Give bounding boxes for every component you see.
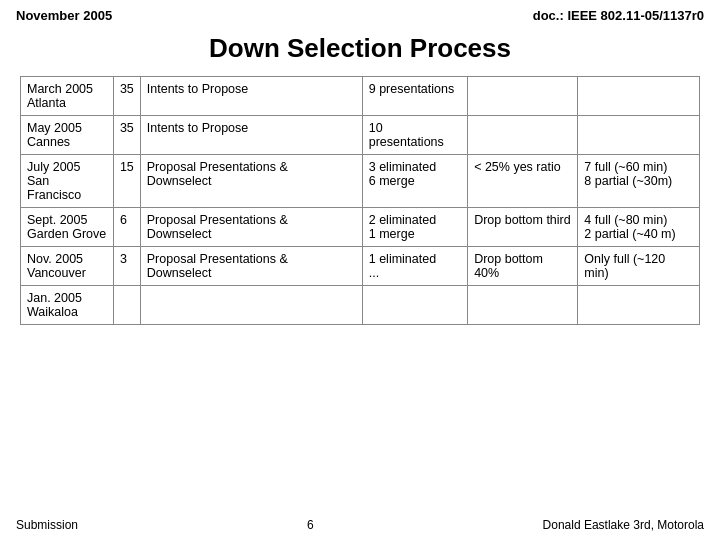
cell-r2-c1: 15 (113, 155, 140, 208)
cell-r3-c5: 4 full (~80 min)2 partial (~40 m) (578, 208, 700, 247)
cell-r4-c3: 1 eliminated... (362, 247, 467, 286)
cell-r5-c5 (578, 286, 700, 325)
cell-r1-c3: 10 presentations (362, 116, 467, 155)
cell-r5-c2 (140, 286, 362, 325)
cell-r3-c2: Proposal Presentations & Downselect (140, 208, 362, 247)
table-row: Nov. 2005Vancouver3Proposal Presentation… (21, 247, 700, 286)
cell-r4-c4: Drop bottom 40% (468, 247, 578, 286)
table-row: July 2005San Francisco15Proposal Present… (21, 155, 700, 208)
selection-table: March 2005Atlanta35Intents to Propose9 p… (20, 76, 700, 325)
cell-r2-c3: 3 eliminated6 merge (362, 155, 467, 208)
cell-r1-c5 (578, 116, 700, 155)
cell-r0-c0: March 2005Atlanta (21, 77, 114, 116)
table-row: Sept. 2005Garden Grove6Proposal Presenta… (21, 208, 700, 247)
cell-r1-c1: 35 (113, 116, 140, 155)
footer: Submission 6 Donald Eastlake 3rd, Motoro… (0, 510, 720, 540)
table-row: May 2005Cannes35Intents to Propose10 pre… (21, 116, 700, 155)
header: November 2005 doc.: IEEE 802.11-05/1137r… (0, 0, 720, 27)
cell-r5-c4 (468, 286, 578, 325)
footer-right: Donald Eastlake 3rd, Motorola (543, 518, 704, 532)
cell-r0-c3: 9 presentations (362, 77, 467, 116)
table-row: March 2005Atlanta35Intents to Propose9 p… (21, 77, 700, 116)
cell-r3-c4: Drop bottom third (468, 208, 578, 247)
cell-r5-c0: Jan. 2005Waikaloa (21, 286, 114, 325)
cell-r4-c1: 3 (113, 247, 140, 286)
table-row: Jan. 2005Waikaloa (21, 286, 700, 325)
cell-r1-c2: Intents to Propose (140, 116, 362, 155)
cell-r4-c2: Proposal Presentations & Downselect (140, 247, 362, 286)
cell-r0-c5 (578, 77, 700, 116)
main-content: March 2005Atlanta35Intents to Propose9 p… (0, 76, 720, 325)
cell-r0-c1: 35 (113, 77, 140, 116)
cell-r2-c5: 7 full (~60 min)8 partial (~30m) (578, 155, 700, 208)
cell-r2-c4: < 25% yes ratio (468, 155, 578, 208)
footer-left: Submission (16, 518, 78, 532)
cell-r1-c4 (468, 116, 578, 155)
cell-r2-c2: Proposal Presentations & Downselect (140, 155, 362, 208)
header-right: doc.: IEEE 802.11-05/1137r0 (533, 8, 704, 23)
cell-r0-c4 (468, 77, 578, 116)
page-title: Down Selection Process (0, 33, 720, 64)
cell-r1-c0: May 2005Cannes (21, 116, 114, 155)
cell-r4-c0: Nov. 2005Vancouver (21, 247, 114, 286)
cell-r0-c2: Intents to Propose (140, 77, 362, 116)
cell-r4-c5: Only full (~120 min) (578, 247, 700, 286)
cell-r3-c1: 6 (113, 208, 140, 247)
cell-r5-c1 (113, 286, 140, 325)
cell-r2-c0: July 2005San Francisco (21, 155, 114, 208)
cell-r3-c3: 2 eliminated1 merge (362, 208, 467, 247)
cell-r5-c3 (362, 286, 467, 325)
footer-center: 6 (307, 518, 314, 532)
cell-r3-c0: Sept. 2005Garden Grove (21, 208, 114, 247)
header-left: November 2005 (16, 8, 112, 23)
